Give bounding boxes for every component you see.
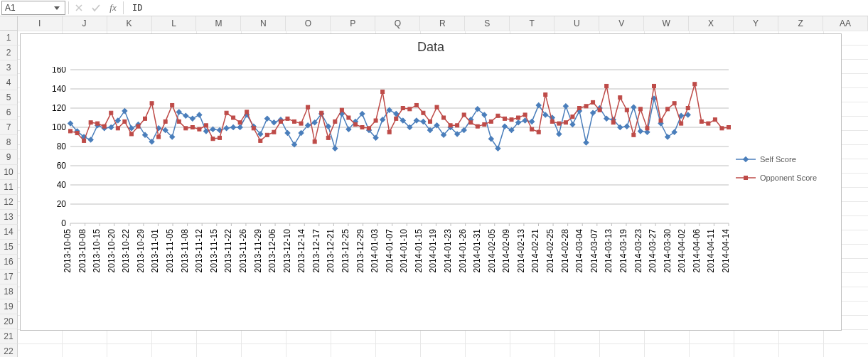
svg-rect-195 bbox=[645, 127, 649, 130]
svg-rect-183 bbox=[564, 121, 567, 124]
svg-rect-301 bbox=[743, 156, 749, 162]
svg-text:2014-04-14: 2014-04-14 bbox=[721, 229, 731, 273]
svg-rect-145 bbox=[306, 105, 310, 109]
svg-text:2014-03-19: 2014-03-19 bbox=[618, 229, 628, 273]
row-header[interactable]: 8 bbox=[0, 135, 18, 150]
select-all-corner[interactable] bbox=[0, 16, 18, 31]
svg-rect-166 bbox=[449, 124, 452, 127]
svg-rect-133 bbox=[225, 111, 228, 114]
row-header[interactable]: 1 bbox=[0, 31, 18, 46]
column-header[interactable]: M bbox=[196, 16, 241, 31]
column-header[interactable]: J bbox=[63, 16, 107, 31]
spreadsheet-grid[interactable]: IJKLMNOPQRSTUVWXYZAA 1234567891011121314… bbox=[0, 16, 868, 357]
svg-rect-178 bbox=[530, 127, 534, 131]
row-header[interactable]: 16 bbox=[0, 255, 18, 270]
row-header[interactable]: 10 bbox=[0, 165, 18, 180]
svg-rect-303 bbox=[744, 176, 748, 180]
svg-rect-164 bbox=[435, 105, 439, 109]
row-header[interactable]: 2 bbox=[0, 46, 18, 60]
svg-text:2013-11-08: 2013-11-08 bbox=[180, 229, 190, 273]
column-header[interactable]: Q bbox=[375, 16, 420, 31]
svg-rect-180 bbox=[544, 93, 547, 97]
row-header[interactable]: 18 bbox=[0, 284, 18, 299]
svg-text:2014-01-10: 2014-01-10 bbox=[399, 229, 409, 273]
legend-item-self: Self Score bbox=[736, 155, 835, 164]
svg-rect-97 bbox=[604, 116, 609, 121]
column-header[interactable]: I bbox=[18, 16, 63, 31]
svg-text:2014-01-03: 2014-01-03 bbox=[370, 229, 380, 273]
row-header[interactable]: 3 bbox=[0, 60, 18, 75]
column-header[interactable]: W bbox=[644, 16, 689, 31]
row-header[interactable]: 6 bbox=[0, 105, 18, 120]
column-header[interactable]: N bbox=[241, 16, 286, 31]
svg-text:2013-12-06: 2013-12-06 bbox=[267, 229, 277, 273]
svg-text:2013-10-15: 2013-10-15 bbox=[92, 229, 102, 273]
row-header[interactable]: 17 bbox=[0, 270, 18, 284]
svg-text:2014-01-15: 2014-01-15 bbox=[414, 229, 424, 273]
svg-rect-186 bbox=[584, 105, 588, 108]
column-header[interactable]: V bbox=[599, 16, 644, 31]
svg-rect-160 bbox=[408, 107, 412, 111]
svg-rect-194 bbox=[638, 107, 642, 111]
row-header[interactable]: 13 bbox=[0, 210, 18, 225]
svg-rect-193 bbox=[632, 133, 636, 137]
chart-object[interactable]: Data 0204060801001201401602013-10-052013… bbox=[20, 33, 842, 331]
fx-icon[interactable]: fx bbox=[106, 1, 120, 14]
column-header[interactable]: S bbox=[465, 16, 510, 31]
column-header[interactable]: Z bbox=[778, 16, 823, 31]
row-header[interactable]: 19 bbox=[0, 299, 18, 314]
svg-text:2013-12-17: 2013-12-17 bbox=[311, 229, 321, 273]
separator bbox=[123, 1, 124, 14]
svg-rect-146 bbox=[313, 140, 316, 144]
svg-rect-185 bbox=[577, 107, 581, 110]
svg-text:2013-12-21: 2013-12-21 bbox=[326, 229, 336, 273]
fx-label: fx bbox=[109, 2, 116, 14]
svg-rect-117 bbox=[116, 127, 119, 130]
svg-rect-100 bbox=[624, 124, 629, 129]
svg-rect-140 bbox=[272, 130, 276, 134]
name-box-dropdown-icon[interactable] bbox=[52, 3, 62, 13]
column-header[interactable]: AA bbox=[823, 16, 868, 31]
svg-rect-131 bbox=[211, 137, 215, 141]
svg-text:2013-11-15: 2013-11-15 bbox=[209, 229, 219, 273]
row-header[interactable]: 4 bbox=[0, 75, 18, 90]
row-header[interactable]: 9 bbox=[0, 150, 18, 165]
svg-rect-192 bbox=[625, 108, 628, 112]
row-header[interactable]: 11 bbox=[0, 180, 18, 195]
svg-rect-188 bbox=[598, 108, 601, 112]
column-header[interactable]: R bbox=[420, 16, 465, 31]
name-box[interactable]: A1 bbox=[1, 1, 65, 15]
svg-rect-147 bbox=[320, 111, 323, 114]
svg-rect-41 bbox=[224, 126, 229, 131]
row-header[interactable]: 12 bbox=[0, 195, 18, 210]
svg-rect-136 bbox=[245, 110, 249, 114]
column-header[interactable]: O bbox=[286, 16, 331, 31]
enter-icon bbox=[89, 1, 103, 14]
svg-rect-202 bbox=[693, 82, 697, 86]
svg-rect-168 bbox=[462, 113, 466, 117]
row-header[interactable]: 5 bbox=[0, 90, 18, 105]
svg-rect-115 bbox=[102, 124, 106, 128]
svg-rect-43 bbox=[237, 124, 242, 129]
svg-text:2014-01-26: 2014-01-26 bbox=[458, 229, 468, 273]
column-header[interactable]: P bbox=[331, 16, 375, 31]
svg-rect-120 bbox=[136, 124, 140, 128]
row-header[interactable]: 15 bbox=[0, 240, 18, 255]
svg-rect-172 bbox=[489, 119, 493, 123]
svg-rect-173 bbox=[496, 114, 500, 117]
column-header[interactable]: K bbox=[107, 16, 152, 31]
formula-input[interactable] bbox=[127, 1, 868, 14]
row-header[interactable]: 7 bbox=[0, 120, 18, 135]
column-header[interactable]: U bbox=[554, 16, 599, 31]
row-header[interactable]: 22 bbox=[0, 344, 18, 357]
row-header[interactable]: 20 bbox=[0, 314, 18, 329]
row-header[interactable]: 14 bbox=[0, 225, 18, 240]
column-header[interactable]: X bbox=[689, 16, 734, 31]
column-header[interactable]: L bbox=[152, 16, 197, 31]
svg-text:140: 140 bbox=[52, 84, 66, 94]
svg-rect-191 bbox=[618, 96, 622, 100]
row-header[interactable]: 21 bbox=[0, 329, 18, 344]
column-header[interactable]: T bbox=[510, 16, 554, 31]
column-header[interactable]: Y bbox=[734, 16, 778, 31]
column-headers: IJKLMNOPQRSTUVWXYZAA bbox=[0, 16, 868, 31]
